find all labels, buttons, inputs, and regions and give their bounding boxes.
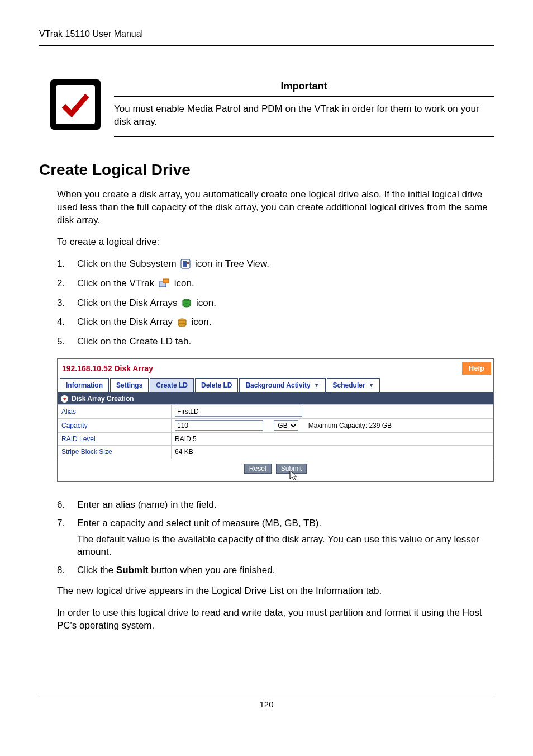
chevron-down-icon: ▼: [314, 381, 320, 389]
important-callout: Important You must enable Media Patrol a…: [50, 79, 494, 137]
manual-title: VTrak 15110 User Manual: [39, 29, 143, 39]
svg-point-7: [183, 304, 191, 307]
step-6: 6. Enter an alias (name) in the field.: [57, 499, 494, 512]
tail-paragraph-1: The new logical drive appears in the Log…: [57, 585, 494, 598]
capacity-unit-select[interactable]: GB: [274, 420, 298, 431]
stripe-block-size-value: 64 KB: [172, 446, 493, 459]
step-3: 3. Click on the Disk Arrays icon.: [57, 297, 494, 310]
intro-paragraph-2: To create a logical drive:: [57, 236, 494, 249]
steps-list-b: 6. Enter an alias (name) in the field. 7…: [57, 499, 494, 578]
step-7-sub: The default value is the available capac…: [77, 533, 494, 559]
step-1: 1. Click on the Subsystem icon in Tree V…: [57, 258, 494, 271]
subsystem-icon: [180, 259, 191, 269]
step-2: 2. Click on the VTrak icon.: [57, 277, 494, 290]
page-number: 120: [259, 700, 273, 709]
step-8: 8. Click the Submit button when you are …: [57, 564, 494, 577]
svg-rect-2: [187, 262, 189, 264]
intro-paragraph-1: When you create a disk array, you automa…: [57, 188, 494, 227]
step-7: 7. Enter a capacity and select unit of m…: [57, 517, 494, 559]
step-5: 5. Click on the Create LD tab.: [57, 336, 494, 348]
alias-label: Alias: [58, 405, 172, 419]
disk-arrays-icon: [182, 299, 192, 308]
tab-bar: Information Settings Create LD Delete LD…: [58, 378, 493, 393]
capacity-label: Capacity: [58, 419, 172, 433]
capacity-input[interactable]: [175, 420, 263, 431]
form-table: Alias Capacity GB Maximum Capacity: 239 …: [58, 404, 493, 459]
section-title: Create Logical Drive: [39, 159, 494, 181]
disk-array-icon: [177, 318, 187, 327]
vtrak-icon: [159, 278, 170, 289]
alias-input[interactable]: [175, 407, 302, 417]
expand-arrow-icon[interactable]: [61, 395, 68, 403]
ui-panel: 192.168.10.52 Disk Array Help Informatio…: [57, 358, 494, 481]
checkmark-icon: [50, 79, 101, 130]
tab-scheduler[interactable]: Scheduler ▼: [327, 378, 380, 392]
tab-information[interactable]: Information: [60, 378, 109, 392]
chevron-down-icon: ▼: [369, 381, 374, 389]
tab-background-activity[interactable]: Background Activity ▼: [239, 378, 325, 392]
stripe-block-size-label: Stripe Block Size: [58, 446, 172, 459]
page-footer: 120: [39, 694, 494, 710]
ui-title: 192.168.10.52 Disk Array: [62, 363, 153, 374]
help-button[interactable]: Help: [462, 362, 491, 375]
steps-list-a: 1. Click on the Subsystem icon in Tree V…: [57, 258, 494, 349]
raid-level-label: RAID Level: [58, 433, 172, 446]
tab-delete-ld[interactable]: Delete LD: [195, 378, 238, 392]
svg-rect-1: [183, 261, 187, 267]
important-text: You must enable Media Patrol and PDM on …: [114, 103, 494, 129]
section-header-disk-array-creation: Disk Array Creation: [58, 393, 493, 404]
page-header: VTrak 15110 User Manual: [39, 28, 494, 46]
max-capacity-text: Maximum Capacity: 239 GB: [308, 422, 392, 429]
important-heading: Important: [114, 79, 494, 93]
reset-button[interactable]: Reset: [244, 464, 272, 474]
submit-button[interactable]: Submit: [276, 464, 307, 474]
raid-level-value: RAID 5: [172, 433, 493, 446]
step-4: 4. Click on the Disk Array icon.: [57, 316, 494, 329]
tab-settings[interactable]: Settings: [110, 378, 149, 392]
svg-point-10: [178, 323, 186, 327]
svg-rect-4: [163, 279, 169, 283]
tail-paragraph-2: In order to use this logical drive to re…: [57, 607, 494, 632]
tab-create-ld[interactable]: Create LD: [150, 378, 194, 392]
